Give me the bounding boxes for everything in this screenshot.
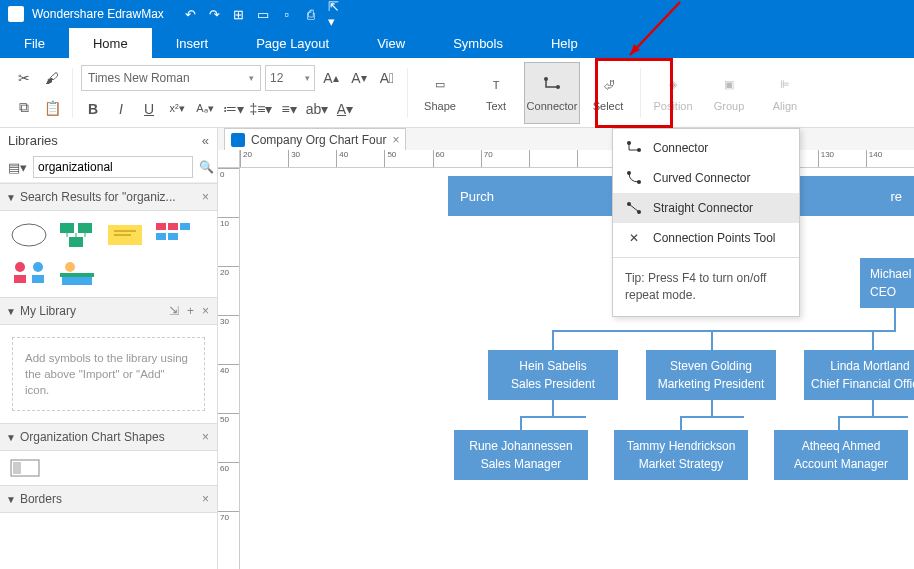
org-account-manager[interactable]: Atheeq Ahmed Account Manager bbox=[774, 430, 908, 480]
close-panel-icon[interactable]: × bbox=[200, 430, 211, 444]
dd-straight-connector[interactable]: Straight Connector bbox=[613, 193, 799, 223]
canvas-page[interactable]: Purch re Michael D CEO Hein Sabelis Sale… bbox=[240, 168, 914, 569]
menu-bar: File Home Insert Page Layout View Symbol… bbox=[0, 28, 914, 58]
save-icon[interactable]: ▫ bbox=[280, 7, 294, 21]
tab-symbols[interactable]: Symbols bbox=[429, 28, 527, 58]
dd-curved-connector[interactable]: Curved Connector bbox=[613, 163, 799, 193]
tab-file[interactable]: File bbox=[0, 28, 69, 58]
svg-rect-7 bbox=[69, 237, 83, 247]
org-sales-manager[interactable]: Rune Johannessen Sales Manager bbox=[454, 430, 588, 480]
close-panel-icon[interactable]: × bbox=[200, 304, 211, 318]
export-icon[interactable]: ⇱ ▾ bbox=[328, 7, 342, 21]
open-icon[interactable]: ▭ bbox=[256, 7, 270, 21]
org-ceo[interactable]: Michael D CEO bbox=[860, 258, 914, 308]
cut-icon[interactable]: ✂ bbox=[12, 66, 36, 90]
collapse-sidebar-icon[interactable]: « bbox=[202, 133, 209, 148]
libraries-header: Libraries « bbox=[0, 128, 217, 152]
svg-rect-13 bbox=[168, 233, 178, 240]
org-title: Account Manager bbox=[778, 455, 904, 473]
tab-help[interactable]: Help bbox=[527, 28, 602, 58]
decrease-font-icon[interactable]: A▾ bbox=[347, 66, 371, 90]
increase-font-icon[interactable]: A▴ bbox=[319, 66, 343, 90]
dd-connector[interactable]: Connector bbox=[613, 133, 799, 163]
font-family-select[interactable]: Times New Roman▾ bbox=[81, 65, 261, 91]
shape-thumb[interactable] bbox=[58, 259, 96, 287]
group-button[interactable]: ▣Group bbox=[701, 62, 757, 124]
highlight-icon[interactable]: ab▾ bbox=[305, 97, 329, 121]
align-button[interactable]: ⊫Align bbox=[757, 62, 813, 124]
shape-thumb[interactable] bbox=[154, 221, 192, 249]
select-tool-button[interactable]: ⮰Select bbox=[580, 62, 636, 124]
paste-icon[interactable]: 📋 bbox=[40, 96, 64, 120]
redo-icon[interactable]: ↷ bbox=[208, 7, 222, 21]
sidebar: Libraries « ▤▾ 🔍 ▼ Search Results for "o… bbox=[0, 128, 218, 569]
tab-page-layout[interactable]: Page Layout bbox=[232, 28, 353, 58]
clear-format-icon[interactable]: Aͯ bbox=[375, 66, 399, 90]
bullets-icon[interactable]: ≔▾ bbox=[221, 97, 245, 121]
shape-thumb[interactable] bbox=[58, 221, 96, 249]
shape-thumb[interactable] bbox=[10, 259, 48, 287]
svg-point-24 bbox=[637, 148, 641, 152]
line-spacing-icon[interactable]: ‡≡▾ bbox=[249, 97, 273, 121]
import-icon[interactable]: ⇲ bbox=[167, 304, 181, 318]
bold-icon[interactable]: B bbox=[81, 97, 105, 121]
connector-dropdown: Connector Curved Connector Straight Conn… bbox=[612, 128, 800, 317]
undo-icon[interactable]: ↶ bbox=[184, 7, 198, 21]
my-library-empty-msg: Add symbols to the library using the abo… bbox=[12, 337, 205, 411]
align-icon[interactable]: ≡▾ bbox=[277, 97, 301, 121]
underline-icon[interactable]: U bbox=[137, 97, 161, 121]
close-tab-icon[interactable]: × bbox=[392, 133, 399, 147]
library-menu-icon[interactable]: ▤▾ bbox=[8, 160, 27, 175]
tab-view[interactable]: View bbox=[353, 28, 429, 58]
char-spacing-icon[interactable]: Aₐ▾ bbox=[193, 97, 217, 121]
format-painter-icon[interactable]: 🖌 bbox=[40, 66, 64, 90]
canvas-area[interactable]: Company Org Chart Four × 203040506070110… bbox=[218, 128, 914, 569]
add-icon[interactable]: + bbox=[185, 304, 196, 318]
svg-point-18 bbox=[65, 262, 75, 272]
font-size-select[interactable]: 12▾ bbox=[265, 65, 315, 91]
svg-point-15 bbox=[33, 262, 43, 272]
search-icon[interactable]: 🔍 bbox=[199, 159, 214, 175]
straight-connector-icon bbox=[625, 199, 643, 217]
libraries-label: Libraries bbox=[8, 133, 58, 148]
borders-panel[interactable]: ▼ Borders × bbox=[0, 485, 217, 513]
close-panel-icon[interactable]: × bbox=[200, 190, 211, 204]
my-library-panel[interactable]: ▼ My Library ⇲ + × bbox=[0, 297, 217, 325]
org-title: Sales President bbox=[492, 375, 614, 393]
org-title: CEO bbox=[870, 283, 914, 301]
svg-rect-5 bbox=[60, 223, 74, 233]
print-icon[interactable]: ⎙ bbox=[304, 7, 318, 21]
superscript-icon[interactable]: x²▾ bbox=[165, 97, 189, 121]
group-icon: ▣ bbox=[718, 74, 740, 96]
org-marketing-president[interactable]: Steven Golding Marketing President bbox=[646, 350, 776, 400]
org-shapes-panel[interactable]: ▼ Organization Chart Shapes × bbox=[0, 423, 217, 451]
org-market-strategy[interactable]: Tammy Hendrickson Market Strategy bbox=[614, 430, 748, 480]
connector-icon bbox=[541, 74, 563, 96]
tab-home[interactable]: Home bbox=[69, 28, 152, 58]
text-tool-button[interactable]: TText bbox=[468, 62, 524, 124]
org-cfo[interactable]: Linda Mortland Chief Financial Officer bbox=[804, 350, 914, 400]
quick-access-toolbar: ↶ ↷ ⊞ ▭ ▫ ⎙ ⇱ ▾ bbox=[184, 7, 342, 21]
font-color-icon[interactable]: A▾ bbox=[333, 97, 357, 121]
org-sales-president[interactable]: Hein Sabelis Sales President bbox=[488, 350, 618, 400]
org-name: Rune Johannessen bbox=[458, 437, 584, 455]
position-button[interactable]: ◈Position bbox=[645, 62, 701, 124]
copy-icon[interactable]: ⧉ bbox=[12, 96, 36, 120]
search-results-panel[interactable]: ▼ Search Results for "organiz... × bbox=[0, 183, 217, 211]
org-name: Steven Golding bbox=[650, 357, 772, 375]
library-search-input[interactable] bbox=[33, 156, 193, 178]
dd-connection-points[interactable]: ✕ Connection Points Tool bbox=[613, 223, 799, 253]
shape-thumb[interactable] bbox=[10, 459, 40, 477]
align-objects-icon: ⊫ bbox=[774, 74, 796, 96]
new-icon[interactable]: ⊞ bbox=[232, 7, 246, 21]
shape-thumb[interactable] bbox=[106, 221, 144, 249]
close-panel-icon[interactable]: × bbox=[200, 492, 211, 506]
document-tab[interactable]: Company Org Chart Four × bbox=[224, 128, 406, 150]
tab-insert[interactable]: Insert bbox=[152, 28, 233, 58]
connector-tool-button[interactable]: Connector bbox=[524, 62, 580, 124]
shape-tool-button[interactable]: ▭Shape bbox=[412, 62, 468, 124]
org-name: Linda Mortland bbox=[808, 357, 914, 375]
shape-thumb[interactable] bbox=[10, 221, 48, 249]
italic-icon[interactable]: I bbox=[109, 97, 133, 121]
cursor-icon: ⮰ bbox=[597, 74, 619, 96]
